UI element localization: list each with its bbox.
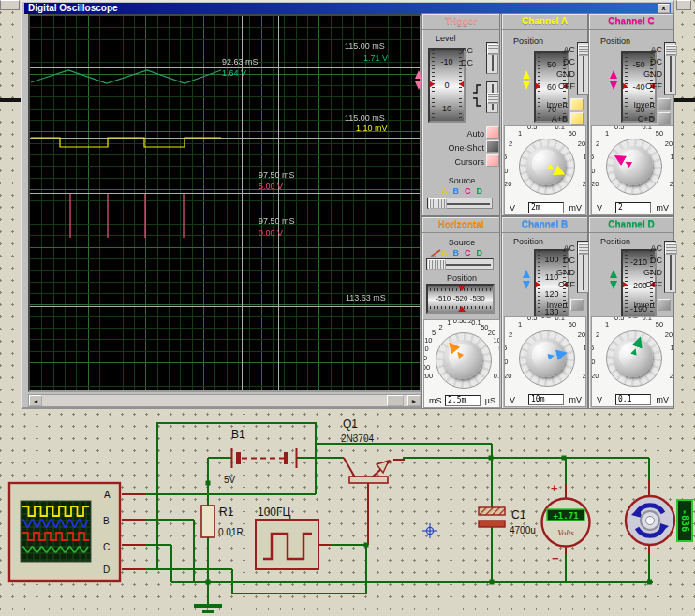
channel-d-gain-knob[interactable]: 20105210.50.20.150201052VmV0.1 [591, 316, 673, 407]
trigger-edge-slider[interactable] [486, 81, 498, 113]
knob-scale-label: 20 [504, 371, 511, 379]
scope-measurement: 115.00 mS [345, 114, 385, 123]
trigger-source-slider[interactable] [427, 198, 493, 209]
knob-scale-label: 50 [656, 320, 663, 329]
scope-measurement: 1.64 V [222, 69, 246, 78]
trigger-panel: Trigger Level -10010 AC DC Auto One-Shot… [421, 13, 500, 216]
knob-unit-left: mS [429, 396, 442, 405]
hsource-d: D [477, 248, 483, 257]
horizontal-source-label: Source [422, 238, 501, 247]
channel-a-sum-button[interactable] [570, 112, 584, 125]
hsource-c: C [465, 248, 471, 257]
trigger-coupling-slider[interactable] [486, 42, 498, 74]
svg-text:D: D [103, 565, 110, 575]
timebase-knob[interactable]: 2001005020105210.50.20.15020105210.5mSµS… [423, 319, 500, 408]
window-title: Digital Oscilloscope [28, 3, 118, 13]
horizontal-source-slider[interactable] [426, 258, 494, 270]
origin-crosshair-icon [422, 523, 437, 538]
one-shot-label: One-Shot [426, 143, 484, 153]
knob-unit-right: mV [569, 203, 583, 213]
channel-c-gain-knob[interactable]: 20105210.50.20.150201052VmV2 [591, 125, 673, 215]
scope-horizontal-scrollbar[interactable]: ◄ ► [28, 394, 421, 407]
knob-unit-right: µS [485, 396, 495, 405]
knob-scale-label: 0.5 [614, 125, 624, 130]
channel-c-header: Channel C [589, 14, 673, 30]
channel-a-gain-knob[interactable]: 20105210.50.20.150201052VmV2m [504, 125, 586, 215]
knob-scale-label: 2 [596, 139, 599, 147]
knob-value-input[interactable]: 2.5m [445, 395, 481, 406]
ground-symbol[interactable] [194, 604, 222, 613]
channel-b-invert-button[interactable] [570, 299, 584, 311]
channel-d-coupling-slider[interactable] [664, 241, 676, 293]
capacitor-c1[interactable] [479, 507, 505, 527]
knob-value-input[interactable]: 2 [615, 202, 651, 213]
source-d: D [477, 186, 483, 196]
scrollbar-thumb[interactable] [387, 395, 404, 406]
channel-a-invert-button[interactable] [570, 98, 584, 110]
knob-value-input[interactable]: 2m [528, 202, 564, 213]
channel-d-invert-button[interactable] [658, 299, 671, 311]
channel-d-position-arrows[interactable] [610, 270, 618, 290]
background-window-fragment-2 [676, 0, 691, 10]
knob-value-input[interactable]: 10m [528, 394, 564, 405]
scroll-right-icon[interactable]: ► [407, 395, 421, 406]
voltmeter[interactable] [542, 499, 590, 547]
channel-a-position-arrows[interactable] [523, 70, 531, 91]
cursors-button[interactable] [486, 154, 499, 167]
battery-b1[interactable] [232, 448, 297, 468]
dial-value: 120 [536, 289, 568, 299]
scope-measurement: 115.00 mS [345, 42, 385, 51]
knob-scale-label: 10 [424, 336, 432, 345]
channel-a-gnd: GND [547, 69, 575, 79]
channel-a-dc: DC [547, 57, 575, 66]
channel-d-panel: Channel D Position -210-200-190 AC DC GN… [588, 216, 674, 409]
close-icon[interactable]: x [658, 4, 670, 13]
channel-b-gain-knob[interactable]: 20105210.50.20.150201052VmV10m [504, 316, 586, 407]
oscilloscope-window: Digital Oscilloscope x 115.00 mS1.71 V92… [21, 0, 674, 409]
motor[interactable] [626, 496, 674, 545]
trigger-source-letters: A B C D [422, 186, 501, 196]
channel-a-off: OFF [547, 81, 575, 91]
generator-100hz[interactable] [256, 520, 318, 569]
knob-scale-label: 2 [509, 139, 512, 147]
knob-scale-label: 10 [671, 152, 673, 160]
horizontal-position-display[interactable]: -510 -520 -530 [426, 284, 495, 314]
channel-c-sum-button[interactable] [658, 112, 671, 125]
channel-a-invert-label: Invert [511, 100, 568, 110]
channel-c-gnd: GND [634, 69, 662, 79]
knob-scale-label: 2 [670, 180, 673, 188]
knob-scale-label: 20 [591, 180, 599, 188]
transistor-q1[interactable] [349, 461, 389, 483]
one-shot-button[interactable] [486, 140, 499, 153]
knob-scale-label: 2 [583, 180, 586, 188]
channel-b-position-arrows[interactable] [523, 270, 531, 290]
knob-scale-label: 0.5 [453, 319, 463, 324]
channel-d-invert-label: Invert [599, 301, 655, 310]
trigger-ac-label: AC [451, 46, 473, 55]
knob-scale-label: 50 [656, 128, 663, 137]
channel-c-coupling-slider[interactable] [664, 42, 676, 95]
svg-text:5V: 5V [224, 475, 236, 485]
proteus-workspace: { "window": { "title": "Digital Oscillos… [0, 0, 695, 616]
channel-a-sum-label: A+B [511, 114, 568, 124]
knob-scale-label: 50 [569, 128, 576, 137]
scroll-left-icon[interactable]: ◄ [29, 395, 42, 406]
trigger-level-arrows[interactable] [415, 70, 423, 91]
scope-display[interactable]: 115.00 mS1.71 V92.63 mS1.64 V115.00 mS1.… [28, 14, 421, 392]
knob-scale-label: 10 [584, 344, 586, 352]
channel-c-invert-button[interactable] [658, 98, 671, 110]
channel-d-position-label: Position [600, 237, 630, 246]
auto-button[interactable] [486, 126, 499, 139]
knob-highlight [532, 342, 560, 370]
resistor-r1[interactable] [201, 506, 214, 537]
knob-value-input[interactable]: 0.1 [615, 394, 651, 405]
knob-scale-label: 100 [423, 362, 430, 371]
channel-a-header: Channel A [502, 14, 587, 30]
channel-c-position-arrows[interactable] [610, 70, 618, 91]
hsource-a: A [441, 248, 448, 257]
knob-unit-left: V [597, 395, 602, 404]
svg-text:4700u: 4700u [510, 525, 536, 535]
knob-scale-label: 0.2 [628, 125, 638, 128]
knob-scale-label: 10 [504, 166, 508, 174]
knob-scale-label: 1 [499, 362, 500, 371]
